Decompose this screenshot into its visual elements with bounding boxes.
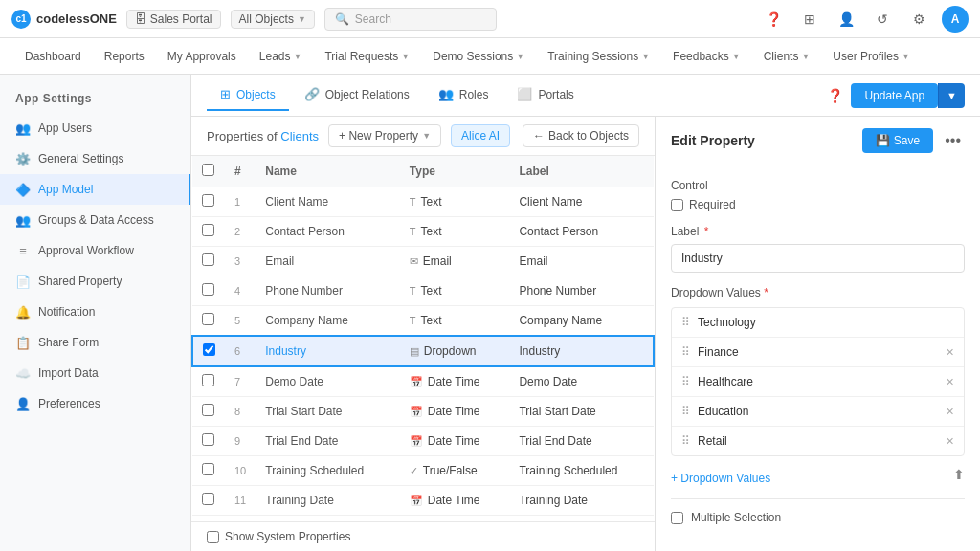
sidebar-item-app-model[interactable]: 🔷 App Model xyxy=(0,174,190,205)
label-input[interactable] xyxy=(671,244,965,273)
row-checkbox[interactable] xyxy=(202,194,214,207)
drag-handle-education[interactable]: ⠿ xyxy=(681,405,690,418)
update-app-btn-group: Update App ▼ xyxy=(851,83,965,108)
table-row[interactable]: 7 Demo Date 📅 Date Time Demo Date xyxy=(192,366,654,397)
type-cell: ✉ Email xyxy=(410,254,501,268)
tab-objects[interactable]: ⊞ Objects xyxy=(207,79,289,111)
nav-item-feedbacks[interactable]: Feedbacks ▼ xyxy=(663,42,750,71)
table-row[interactable]: 1 Client Name T Text Client Name xyxy=(192,187,654,217)
import-button[interactable]: ⬆ xyxy=(953,467,965,482)
drag-handle-finance[interactable]: ⠿ xyxy=(681,345,690,359)
row-checkbox[interactable] xyxy=(202,283,214,296)
row-checkbox[interactable] xyxy=(202,404,214,416)
notification-icon: 🔔 xyxy=(15,304,31,320)
row-name: Client Name xyxy=(256,187,400,217)
more-options-button[interactable]: ••• xyxy=(941,128,965,153)
nav-item-demo-sessions[interactable]: Demo Sessions ▼ xyxy=(423,42,534,71)
nav-item-training[interactable]: Training Sessions ▼ xyxy=(538,42,659,71)
clients-link[interactable]: Clients xyxy=(280,129,319,143)
multiple-selection-checkbox[interactable] xyxy=(671,512,683,524)
tab-roles[interactable]: 👥 Roles xyxy=(425,79,502,111)
sidebar-item-shared-property[interactable]: 📄 Shared Property xyxy=(0,266,190,297)
row-checkbox[interactable] xyxy=(202,433,214,446)
table-row[interactable]: 4 Phone Number T Text Phone Number xyxy=(192,276,654,306)
user-icon[interactable]: 👤 xyxy=(833,6,859,33)
nav-item-leads[interactable]: Leads ▼ xyxy=(250,42,312,71)
search-box[interactable]: 🔍 Search xyxy=(324,8,497,31)
row-checkbox[interactable] xyxy=(202,224,214,236)
row-label: Phone Number xyxy=(509,276,654,306)
row-checkbox[interactable] xyxy=(202,374,214,386)
drag-handle-technology[interactable]: ⠿ xyxy=(681,316,690,329)
row-checkbox[interactable] xyxy=(202,253,214,266)
table-row[interactable]: 5 Company Name T Text Company Name xyxy=(192,306,654,337)
settings-icon[interactable]: ⚙ xyxy=(905,6,932,33)
dv-delete-education[interactable]: ✕ xyxy=(946,406,954,418)
nav-item-trial-requests[interactable]: Trial Requests ▼ xyxy=(315,42,419,71)
database-icon: 🗄 xyxy=(135,12,146,26)
new-property-button[interactable]: + New Property ▼ xyxy=(328,124,441,147)
update-app-dropdown-arrow[interactable]: ▼ xyxy=(938,83,965,108)
nav-item-reports[interactable]: Reports xyxy=(95,42,154,71)
row-checkbox[interactable] xyxy=(202,463,214,475)
sidebar-item-notification[interactable]: 🔔 Notification xyxy=(0,297,190,327)
show-system-checkbox[interactable] xyxy=(207,531,219,543)
dv-delete-finance[interactable]: ✕ xyxy=(946,346,954,359)
dv-delete-retail[interactable]: ✕ xyxy=(946,435,954,448)
required-checkbox[interactable] xyxy=(671,199,683,211)
label-required-indicator: * xyxy=(704,225,709,238)
drag-handle-healthcare[interactable]: ⠿ xyxy=(681,375,690,388)
table-row[interactable]: 3 Email ✉ Email Email xyxy=(192,247,654,276)
app-badge[interactable]: 🗄 Sales Portal xyxy=(126,10,221,29)
nav-item-approvals[interactable]: My Approvals xyxy=(158,42,246,71)
type-cell: T Text xyxy=(410,195,501,209)
back-to-objects-button[interactable]: ← Back to Objects xyxy=(523,124,639,147)
dv-healthcare-name: Healthcare xyxy=(698,375,938,388)
table-row[interactable]: 2 Contact Person T Text Contact Person xyxy=(192,217,654,247)
sidebar-item-approval[interactable]: ≡ Approval Workflow xyxy=(0,235,190,266)
table-row[interactable]: 9 Trial End Date 📅 Date Time Trial End D… xyxy=(192,427,654,456)
sidebar-item-import-data[interactable]: ☁️ Import Data xyxy=(0,358,190,388)
drag-handle-retail[interactable]: ⠿ xyxy=(681,434,690,448)
table-row[interactable]: 10 Training Scheduled ✓ True/False Train… xyxy=(192,456,654,486)
sidebar-item-preferences[interactable]: 👤 Preferences xyxy=(0,388,190,419)
type-text: Date Time xyxy=(428,434,480,448)
help-icon[interactable]: ❓ xyxy=(760,6,787,33)
sidebar-approval-label: Approval Workflow xyxy=(38,244,134,257)
table-row[interactable]: 8 Trial Start Date 📅 Date Time Trial Sta… xyxy=(192,397,654,427)
type-icon: T xyxy=(410,226,416,237)
sidebar-import-label: Import Data xyxy=(38,366,99,380)
add-dropdown-values-button[interactable]: + Dropdown Values xyxy=(671,472,770,485)
sidebar-item-app-users[interactable]: 👥 App Users xyxy=(0,113,190,143)
nav-item-dashboard[interactable]: Dashboard xyxy=(15,42,91,71)
show-system-properties[interactable]: Show System Properties xyxy=(191,521,655,551)
row-checkbox[interactable] xyxy=(202,313,214,325)
select-all-checkbox[interactable] xyxy=(202,164,214,176)
row-label: Industry xyxy=(509,336,654,366)
refresh-icon[interactable]: ↺ xyxy=(869,6,896,33)
nav-item-clients[interactable]: Clients ▼ xyxy=(754,42,820,71)
grid-icon[interactable]: ⊞ xyxy=(796,6,823,33)
tab-object-relations[interactable]: 🔗 Object Relations xyxy=(291,79,423,111)
update-app-button[interactable]: Update App xyxy=(851,83,938,108)
dv-delete-healthcare[interactable]: ✕ xyxy=(946,376,954,388)
panel-help-icon[interactable]: ❓ xyxy=(827,88,843,103)
row-checkbox[interactable] xyxy=(202,493,214,505)
tab-portals[interactable]: ⬜ Portals xyxy=(503,79,587,111)
sidebar-item-general-settings[interactable]: ⚙️ General Settings xyxy=(0,143,190,174)
save-button[interactable]: 💾 Save xyxy=(862,128,933,153)
table-row[interactable]: 6 Industry ▤ Dropdown Industry xyxy=(192,336,654,366)
sidebar-item-groups[interactable]: 👥 Groups & Data Access xyxy=(0,205,190,235)
type-cell: 📅 Date Time xyxy=(410,494,501,507)
row-checkbox[interactable] xyxy=(203,343,215,356)
alice-ai-button[interactable]: Alice AI xyxy=(451,124,510,147)
row-name: Demo Date xyxy=(256,366,400,397)
all-objects-button[interactable]: All Objects ▼ xyxy=(231,10,315,29)
row-type: T Text xyxy=(400,306,510,337)
nav-item-user-profiles[interactable]: User Profiles ▼ xyxy=(823,42,920,71)
table-row[interactable]: 11 Training Date 📅 Date Time Training Da… xyxy=(192,486,654,516)
sidebar-item-share-form[interactable]: 📋 Share Form xyxy=(0,327,190,358)
roles-icon: 👥 xyxy=(438,87,454,101)
row-name: Industry xyxy=(256,336,400,366)
avatar[interactable]: A xyxy=(942,6,969,33)
